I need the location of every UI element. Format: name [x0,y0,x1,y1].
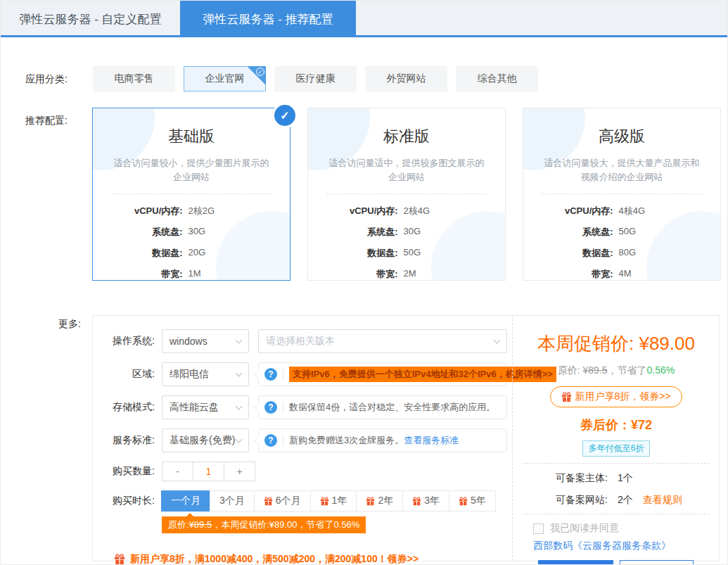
category-medical-button[interactable]: 医疗健康 [274,66,357,91]
spec-label: 系统盘: [308,226,401,239]
divider [283,402,283,413]
duration-label: 购买时长: [93,495,155,507]
spec-value: 4核4G [616,205,720,217]
gift-icon [114,554,125,565]
new-user-promo-link[interactable]: 新用户享8折，满1000减400，满500减200，满200减100！领券>> [114,553,512,565]
gift-icon [412,497,421,506]
after-coupon-label: 券后价： [580,418,631,432]
os-select[interactable]: windows [162,329,249,353]
region-label: 区域: [93,368,155,381]
plan-card-basic[interactable]: ✓ 基础版 适合访问量较小，提供少量图片展示的企业网站 vCPU/内存:2核2G… [92,108,290,281]
os-version-placeholder: 请选择相关版本 [266,335,335,348]
plan-card-premium[interactable]: 高级版 适合访问量较大，提供大量产品展示和视频介绍的企业网站 vCPU/内存:4… [523,108,721,281]
tab-recommended-config[interactable]: 弹性云服务器 - 推荐配置 [180,1,356,37]
plan-card-group: ✓ 基础版 适合访问量较小，提供少量图片展示的企业网站 vCPU/内存:2核2G… [92,108,721,281]
gift-icon [459,497,468,506]
duration-option-label: 6个月 [276,495,301,507]
spec-label: 系统盘: [523,226,616,239]
spec-label: 带宽: [93,268,186,281]
quantity-value[interactable]: 1 [193,462,224,481]
duration-3years[interactable]: 3年 [402,490,449,512]
after-coupon-price: 券后价：¥72 [513,417,720,433]
gift-icon [366,497,375,506]
record-subject-label: 可备案主体: [556,472,608,483]
buy-now-button[interactable]: 立即购买 [538,560,613,565]
spec-value: 30G [401,226,505,239]
server-config-page: 弹性云服务器 - 自定义配置 弹性云服务器 - 推荐配置 应用分类: 电商零售 … [0,0,728,565]
os-row: 操作系统: windows 请选择相关版本 [93,329,512,353]
storage-tip-bubble: ? 数据保留4份，适合对稳定、安全性要求高的应用。 [258,395,507,419]
help-icon[interactable]: ? [264,368,277,381]
original-price-row: 原价: ¥89.5，节省了0.56% [513,364,720,377]
divider [283,435,283,446]
view-rules-link[interactable]: 查看规则 [643,494,682,505]
plan-card-standard[interactable]: 标准版 适合访问量适中，提供较多图文展示的企业网站 vCPU/内存:2核4G 系… [307,108,506,281]
spec-label: 数据盘: [523,247,616,260]
service-label: 服务标准: [93,434,155,447]
duration-options: 一个月 3个月 6个月 1年 2年 [162,490,496,512]
check-icon: ✓ [256,68,264,76]
duration-option-label: 3年 [424,495,440,507]
storage-tip-text: 数据保留4份，适合对稳定、安全性要求高的应用。 [289,401,495,414]
spec-value: 50G [401,247,505,260]
category-ecommerce-button[interactable]: 电商零售 [93,66,175,91]
service-row: 服务标准: 基础服务(免费) ? 新购免费赠送3次金牌服务。 查看服务标准 [93,428,512,452]
agree-text: 我已阅读并同意 [550,522,619,535]
plan-description: 适合访问量较大，提供大量产品展示和视频介绍的企业网站 [543,156,701,184]
save-label: ，节省了 [608,364,647,376]
spec-value: 20G [186,247,290,260]
os-version-select[interactable]: 请选择相关版本 [258,329,507,353]
storage-select[interactable]: 高性能云盘 [162,395,249,419]
region-select[interactable]: 绵阳电信 [162,362,249,386]
duration-1year[interactable]: 1年 [310,490,357,512]
plan-specs: vCPU/内存:2核2G 系统盘:30G 数据盘:20G 带宽:1M [93,205,290,281]
after-coupon-value: ¥72 [631,418,652,432]
plan-title: 高级版 [523,126,720,147]
category-trade-button[interactable]: 外贸网站 [365,66,447,91]
spec-value: 4M [616,268,720,281]
duration-1month[interactable]: 一个月 [161,490,210,512]
spec-value: 80G [616,247,720,260]
multi-year-discount-badge: 多年付低至6折 [582,440,651,457]
price-callout: 原价:¥89.5，本周促销价:¥89.00，节省了0.56% [162,516,366,533]
duration-5years[interactable]: 5年 [449,490,496,512]
chevron-down-icon [236,436,243,443]
callout-detail: ，本周促销价:¥89.00，节省了0.56% [212,519,359,530]
service-standard-link[interactable]: 查看服务标准 [404,434,459,447]
selected-check-icon: ✓ [274,105,295,126]
quantity-stepper: - 1 + [162,462,255,481]
category-enterprise-button[interactable]: 企业官网 ✓ [184,66,266,91]
config-panel: 操作系统: windows 请选择相关版本 区域: 绵阳电信 ? [92,315,720,561]
original-price-label: 原价: [558,364,583,376]
quantity-plus-button[interactable]: + [224,462,255,481]
plan-description: 适合访问量适中，提供较多图文展示的企业网站 [328,156,485,184]
terms-link[interactable]: 西部数码《云服务器服务条款》 [513,540,720,552]
duration-option-label: 1年 [332,495,347,507]
quantity-minus-button[interactable]: - [162,462,193,481]
category-enterprise-label: 企业官网 [205,72,245,85]
duration-2years[interactable]: 2年 [356,490,403,512]
divider [542,193,702,194]
storage-row: 存储模式: 高性能云盘 ? 数据保留4份，适合对稳定、安全性要求高的应用。 [93,395,512,419]
service-select[interactable]: 基础服务(免费) [162,428,249,452]
spec-value: 2核2G [186,205,290,217]
tab-custom-config[interactable]: 弹性云服务器 - 自定义配置 [1,1,180,37]
gift-icon [320,497,329,506]
record-site-value: 2个 [618,494,633,505]
category-other-button[interactable]: 综合其他 [456,66,538,91]
record-site-label: 可备案网站: [556,494,608,505]
duration-row: 购买时长: 一个月 3个月 6个月 1年 2年 [93,490,512,512]
promo-price: 本周促销价: ¥89.00 [513,331,720,356]
help-icon[interactable]: ? [264,434,277,447]
service-tip-text: 新购免费赠送3次金牌服务。 [289,434,404,447]
duration-3months[interactable]: 3个月 [210,490,255,512]
coupon-button[interactable]: 新用户享8折，领券>> [550,386,682,407]
trial-config-button[interactable]: 试用配置 [620,560,694,565]
region-tip-bubble: ? 支持IPv6，免费提供一个独立IPv4地址和32个IPv6，机房详情>> [258,362,507,386]
chevron-down-icon [494,337,501,344]
agree-checkbox[interactable] [533,523,544,534]
help-icon[interactable]: ? [264,401,277,414]
spec-value: 2M [401,268,505,281]
duration-6months[interactable]: 6个月 [254,490,311,512]
spec-label: 带宽: [523,268,616,281]
